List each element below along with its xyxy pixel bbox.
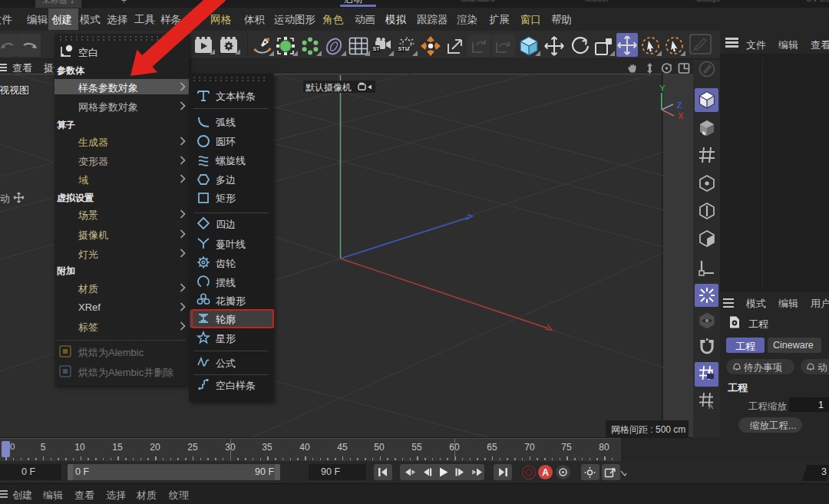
svg-text:Y: Y	[659, 84, 666, 93]
svg-text:A: A	[542, 467, 549, 478]
svg-text:X: X	[678, 111, 684, 120]
svg-text:ST: ST	[373, 46, 381, 51]
svg-text:A: A	[708, 403, 713, 410]
svg-text:Z: Z	[677, 100, 682, 110]
svg-text:ST: ST	[398, 46, 406, 51]
